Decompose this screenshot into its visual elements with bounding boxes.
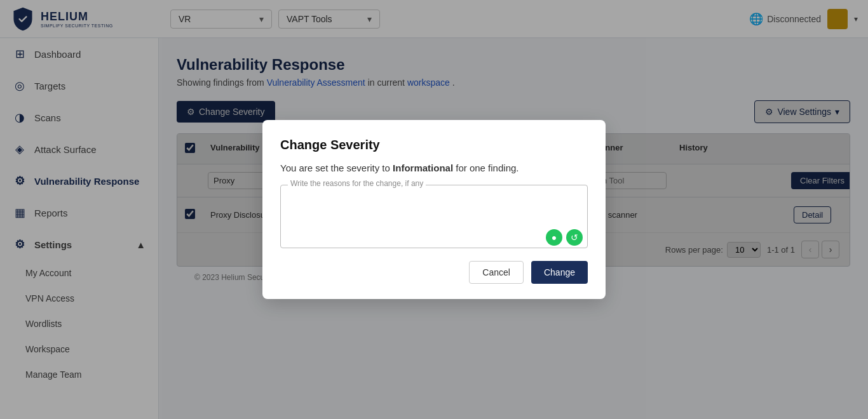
modal-desc-suffix: for one finding. — [453, 163, 519, 173]
modal-actions: Cancel Change — [280, 261, 588, 284]
modal-overlay: Change Severity You are set the severity… — [0, 0, 868, 419]
modal-title: Change Severity — [280, 138, 588, 152]
modal-textarea-label: Write the reasons for the change, if any — [288, 179, 426, 188]
change-button[interactable]: Change — [531, 261, 588, 284]
modal-desc-prefix: You are set the severity to — [280, 163, 393, 173]
modal-description: You are set the severity to Informationa… — [280, 163, 588, 173]
modal-reason-textarea[interactable] — [280, 185, 588, 248]
cancel-button[interactable]: Cancel — [469, 261, 524, 284]
modal-textarea-wrapper: Write the reasons for the change, if any… — [280, 185, 588, 251]
modal-severity-value: Informational — [393, 163, 453, 173]
textarea-icon-1[interactable]: ● — [546, 229, 562, 246]
textarea-icon-2[interactable]: ↺ — [566, 229, 583, 246]
change-severity-modal: Change Severity You are set the severity… — [262, 120, 606, 299]
modal-textarea-icons: ● ↺ — [546, 229, 583, 246]
